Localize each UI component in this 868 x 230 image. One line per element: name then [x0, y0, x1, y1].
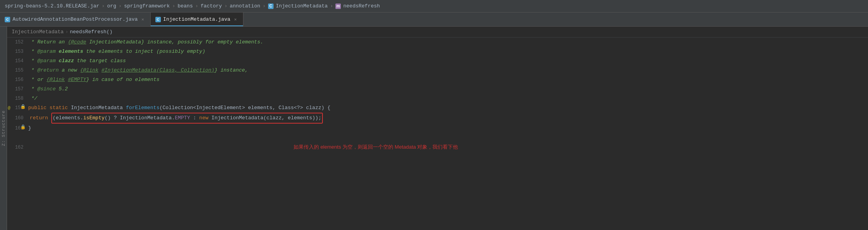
bc-sep-6: › [330, 3, 333, 9]
close-brace-161: } [28, 124, 31, 133]
line-content-155: * @return a new {@link #InjectionMetadat… [27, 66, 868, 75]
line-content-159: public static InjectionMetadata forEleme… [27, 103, 868, 113]
main-content: InjectionMetadata › needsRefresh() 152 *… [7, 27, 868, 230]
breadcrumb-annotation[interactable]: annotation [230, 3, 260, 9]
code-line-161: 161 🔒 } [7, 124, 868, 133]
sub-breadcrumb: InjectionMetadata › needsRefresh() [7, 27, 868, 38]
line-content-154: * @param clazz the target class [27, 56, 868, 66]
bc-sep-0: › [102, 3, 105, 9]
sub-bc-method: needsRefresh() [70, 29, 112, 35]
gutter-160: 160 [7, 113, 27, 124]
code-line-153: 153 * @param elements the elements to in… [7, 47, 868, 56]
gutter-155: 155 [7, 66, 27, 75]
kw-return-160: return [30, 113, 51, 123]
method-icon-needsrefresh: m [335, 4, 341, 9]
class-icon-injection: C [268, 4, 274, 9]
breadcrumb-factory[interactable]: factory [201, 3, 222, 9]
code-line-162: 162 如果传入的 elements 为空，则返回一个空的 Metadata 对… [7, 133, 868, 162]
fn-forelements: forElements [126, 103, 160, 113]
cls-collection-159: Collection [162, 103, 193, 113]
line-content-161: } [27, 124, 868, 133]
bookmark-161: 🔒 [20, 124, 26, 129]
tab-autowired[interactable]: C AutowiredAnnotationBeanPostProcessor.j… [0, 13, 151, 26]
wildcard-159: <?> [294, 103, 306, 113]
paren-open-159: ( [159, 103, 162, 113]
breadcrumb-beans[interactable]: beans [178, 3, 193, 9]
sub-bc-class[interactable]: InjectionMetadata [12, 29, 64, 35]
tab-label-injection: InjectionMetadata.java [163, 16, 231, 22]
code-line-158: 158 */ [7, 94, 868, 103]
breadcrumb-springframework[interactable]: springframework [124, 3, 170, 9]
code-line-156: 156 * or {@link #EMPTY} in case of no el… [7, 75, 868, 84]
gutter-156: 156 [7, 75, 27, 84]
highlighted-code-160: (elements.isEmpty() ? InjectionMetadata.… [51, 113, 323, 124]
gutter-161: 161 🔒 [7, 124, 27, 133]
param-clazz-159: clazz) { [306, 103, 330, 113]
line-content-160: return (elements.isEmpty() ? InjectionMe… [27, 113, 868, 124]
line-content-162: 如果传入的 elements 为空，则返回一个空的 Metadata 对象，我们… [27, 133, 868, 162]
tab-label-autowired: AutowiredAnnotationBeanPostProcessor.jav… [13, 16, 138, 22]
cls-injected-159: InjectedElement [196, 103, 242, 113]
kw-public-159: public [28, 103, 50, 113]
comment-155: * @return a new {@link #InjectionMetadat… [28, 66, 248, 75]
tab-icon-autowired: C [5, 17, 10, 22]
code-line-160: 160 return (elements.isEmpty() ? Injecti… [7, 113, 868, 124]
code-area: 152 * Return an {@code InjectionMetadata… [7, 38, 868, 162]
bc-sep-2: › [172, 3, 175, 9]
kw-static-159: static [50, 103, 71, 113]
comment-153: * @param elements the elements to inject… [28, 47, 205, 56]
sidebar-label: Z: Structure [1, 110, 6, 146]
comment-154: * @param clazz the target class [28, 56, 126, 66]
breadcrumb-bar: spring-beans-5.2.10.RELEASE.jar › org › … [0, 0, 868, 13]
code-line-157: 157 * @since 5.2 [7, 84, 868, 94]
tab-injection[interactable]: C InjectionMetadata.java ✕ [151, 13, 243, 26]
annotation-marker-159: @ [8, 106, 11, 110]
breadcrumb-jar[interactable]: spring-beans-5.2.10.RELEASE.jar [5, 3, 99, 9]
bc-sep-4: › [224, 3, 227, 9]
comment-152: * Return an {@code InjectionMetadata} in… [28, 38, 263, 47]
close-tab-autowired[interactable]: ✕ [140, 17, 146, 22]
gutter-157: 157 [7, 84, 27, 94]
breadcrumb-class[interactable]: InjectionMetadata [276, 3, 328, 9]
cls-class-159: Class [279, 103, 294, 113]
cls-injection-159: InjectionMetadata [71, 103, 126, 113]
gutter-153: 153 [7, 47, 27, 56]
gutter-162: 162 [7, 133, 27, 162]
close-tab-injection[interactable]: ✕ [233, 17, 238, 22]
comment-157: * @since 5.2 [28, 84, 68, 94]
bookmark-159: 🔒 [20, 104, 26, 109]
code-line-159: @ 159 🔒 public static InjectionMetadata … [7, 103, 868, 113]
line-content-157: * @since 5.2 [27, 84, 868, 94]
gutter-159: @ 159 🔒 [7, 103, 27, 113]
breadcrumb-org[interactable]: org [107, 3, 116, 9]
tabs-bar: C AutowiredAnnotationBeanPostProcessor.j… [0, 13, 868, 27]
line-content-153: * @param elements the elements to inject… [27, 47, 868, 56]
comment-156: * or {@link #EMPTY} in case of no elemen… [28, 75, 159, 84]
bc-sep-1: › [119, 3, 122, 9]
chinese-comment-162: 如果传入的 elements 为空，则返回一个空的 Metadata 对象，我们… [294, 144, 458, 150]
code-line-155: 155 * @return a new {@link #InjectionMet… [7, 66, 868, 75]
line-content-152: * Return an {@code InjectionMetadata} in… [27, 38, 868, 47]
comment-158: */ [28, 94, 37, 103]
sub-bc-sep: › [65, 29, 68, 35]
code-line-154: 154 * @param clazz the target class [7, 56, 868, 66]
bc-sep-3: › [195, 3, 198, 9]
left-sidebar[interactable]: Z: Structure [0, 27, 7, 230]
gutter-152: 152 [7, 38, 27, 47]
gutter-154: 154 [7, 56, 27, 66]
param-elements-159: elements, [248, 103, 279, 113]
angle-close-159: > [242, 103, 248, 113]
bc-sep-5: › [263, 3, 266, 9]
breadcrumb-method[interactable]: needsRefresh [343, 3, 380, 9]
gutter-158: 158 [7, 94, 27, 103]
line-content-158: */ [27, 94, 868, 103]
angle-open-159: < [193, 103, 196, 113]
tab-icon-injection: C [155, 17, 161, 22]
code-line-152: 152 * Return an {@code InjectionMetadata… [7, 38, 868, 47]
line-content-156: * or {@link #EMPTY} in case of no elemen… [27, 75, 868, 84]
